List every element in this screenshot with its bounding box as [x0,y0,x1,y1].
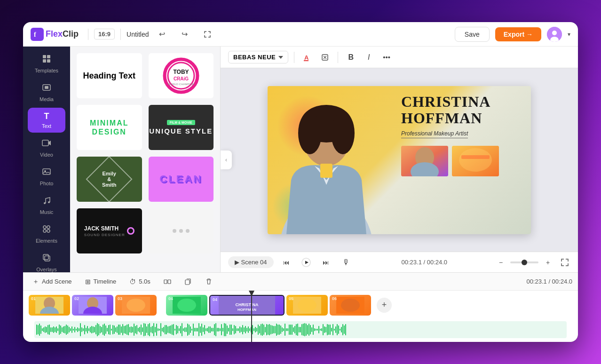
sidebar-item-overlays-label: Overlays [36,267,56,272]
highlight-button[interactable] [318,50,332,64]
timeline-button[interactable]: ⊞ Timeline [81,276,120,287]
waveform-bar-item [39,324,40,335]
play-button[interactable] [299,255,313,269]
delete-button[interactable] [201,276,216,287]
waveform-bar-item [338,325,339,334]
canvas-name: CHRISTINA HOFFMAN [401,94,523,127]
clip-05-num: 04 [213,297,217,302]
waveform-bar-item [193,324,194,336]
template-emily[interactable]: Emily&Smith [76,156,143,203]
svg-rect-40 [320,164,332,178]
timeline-icon: ⊞ [85,278,91,285]
waveform-bar-item [277,324,278,335]
clip-07[interactable]: 06 [330,295,371,316]
redo-button[interactable]: ↪ [177,27,192,42]
waveform-bar-item [310,325,311,334]
waveform-bar-item [90,327,91,332]
unique-card-content: FILM & MOVIE UNIQUE STYLE [149,105,214,150]
sidebar-item-photo[interactable]: Photo [28,163,65,190]
template-more[interactable] [148,207,215,254]
waveform-bar-item [112,325,113,334]
waveform-bar-item [36,324,37,334]
clip-01[interactable]: 01 [29,295,70,316]
ratio-badge[interactable]: 16:9 [94,29,115,40]
zoom-out-button[interactable]: − [495,257,506,268]
clip-05-selected[interactable]: 04 CHRISTINA HOFFMAN [209,295,285,316]
jack-subtitle: SOUND DESIGNER [84,233,125,237]
template-toby[interactable]: TOBY CRAiG WORLD CHAMPION [148,52,215,99]
waveform-bar-item [337,324,338,335]
add-scene-button[interactable]: ＋ Add Scene [29,276,76,288]
waveform-bar-item [173,324,174,335]
export-button[interactable]: Export → [495,27,541,41]
template-heading[interactable]: Heading Text [76,52,143,99]
expand-button[interactable] [559,257,570,268]
sidebar-item-video[interactable]: Video [28,135,65,161]
avatar[interactable] [547,27,562,42]
document-title[interactable]: Untitled [127,31,149,38]
bold-button[interactable]: B [344,50,358,64]
prev-scene-button[interactable]: ⏮ [279,255,293,269]
waveform-bar-item [141,324,142,335]
waveform-bar-item [165,325,166,335]
waveform-bar-item [242,325,243,335]
waveform-bar-item [293,327,294,332]
minimal-card-content: MINIMALDESIGN [77,105,142,150]
template-unique[interactable]: FILM & MOVIE UNIQUE STYLE [148,104,215,151]
waveform-bar-item [311,327,312,332]
waveform-bar-item [245,326,246,333]
sidebar-item-music[interactable]: Music [28,192,65,219]
copy-button[interactable] [181,276,196,287]
sidebar-item-templates[interactable]: Templates [28,50,65,77]
clip-03[interactable]: 03 [115,295,157,316]
svg-rect-10 [42,140,48,146]
template-clean[interactable]: CLEAN [148,156,215,203]
template-minimal[interactable]: MINIMALDESIGN [76,104,143,151]
dots-card-content [149,208,214,253]
photo2-svg [452,146,499,176]
waveform-bar-item [244,327,245,332]
font-color-button[interactable]: A [300,50,314,64]
split-button[interactable] [160,276,175,287]
clip-04-thumb [173,297,201,314]
waveform-bar-item [101,327,102,332]
font-selector[interactable]: BEBAS NEUE [228,51,288,63]
waveform-bar-item [261,324,261,335]
more-options-button[interactable]: ••• [380,50,394,64]
svg-rect-33 [304,60,308,61]
mic-button[interactable]: 🎙 [339,255,354,270]
sidebar-item-text[interactable]: T Text [28,108,65,133]
save-button[interactable]: Save [455,27,490,42]
timeline-time-display: 00:23.1 / 00:24.0 [526,278,572,285]
clip-04[interactable]: 04 [166,295,207,316]
waveform-bar-item [76,329,77,331]
timeline-tracks: 01 02 [23,291,578,342]
split-icon [164,278,171,285]
zoom-controls: − + [495,257,554,268]
canvas-toggle[interactable]: ‹ [221,150,232,169]
waveform-bar-item [42,328,43,331]
canvas-text-overlay: CHRISTINA HOFFMAN Professional Makeup Ar… [401,94,523,176]
waveform-bar-item [59,324,60,335]
italic-button[interactable]: I [362,50,376,64]
zoom-in-button[interactable]: + [542,257,554,268]
undo-button[interactable]: ↩ [155,27,170,42]
sidebar-item-elements[interactable]: Elements [28,221,65,247]
clip-06[interactable]: 05 [286,295,328,316]
clip-02[interactable]: 02 [72,295,113,316]
template-jack[interactable]: JACK SMITH SOUND DESIGNER [76,207,143,254]
sidebar-item-media[interactable]: Media [28,79,65,106]
waveform-bar-item [227,325,228,334]
waveform-bar-item [276,324,277,336]
waveform-bar-item [45,326,46,333]
sidebar-item-overlays[interactable]: Overlays [28,249,65,272]
add-clip-button[interactable]: + [377,298,392,313]
fullscreen-button[interactable] [200,27,215,42]
waveform-bar-item [132,327,133,333]
waveform-bar-item [207,328,208,331]
scene-info[interactable]: ▶ Scene 04 [228,256,274,268]
chevron-down-icon[interactable]: ▾ [568,31,570,38]
next-scene-button[interactable]: ⏭ [319,255,333,269]
waveform-bar-item [104,324,105,336]
zoom-slider[interactable] [510,261,538,263]
